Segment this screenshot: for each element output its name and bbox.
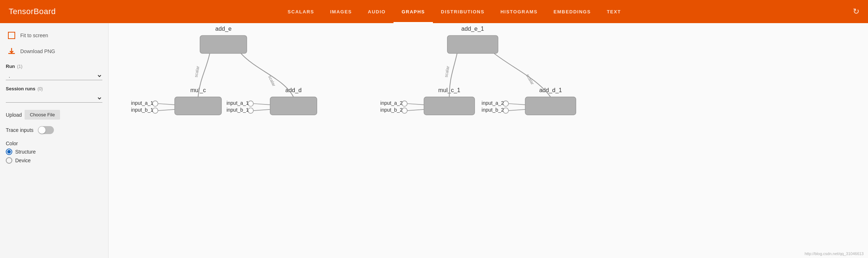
svg-text:input_a_2: input_a_2 — [380, 100, 403, 106]
download-png-label: Download PNG — [20, 48, 55, 54]
session-runs-select[interactable] — [6, 94, 102, 103]
svg-point-35 — [503, 101, 509, 106]
trace-inputs-section: Trace inputs — [6, 126, 102, 134]
trace-inputs-toggle[interactable] — [38, 126, 54, 134]
nav-item-histograms[interactable]: HISTOGRAMS — [493, 0, 546, 23]
color-label: Color — [6, 141, 102, 146]
svg-line-20 — [254, 109, 270, 111]
svg-point-38 — [503, 108, 509, 113]
svg-rect-0 — [8, 32, 15, 39]
color-section: Color Structure Device — [6, 141, 102, 166]
session-runs-section: Session runs (0) — [6, 86, 102, 103]
svg-line-40 — [509, 109, 525, 111]
upload-label: Upload — [6, 112, 22, 118]
svg-text:add_e: add_e — [215, 25, 231, 32]
toggle-knob — [38, 126, 46, 134]
svg-line-11 — [158, 104, 175, 105]
svg-text:scalar: scalar — [193, 65, 200, 78]
fit-to-screen-icon — [7, 31, 16, 40]
device-label: Device — [15, 158, 31, 163]
svg-text:add_e_1: add_e_1 — [461, 25, 484, 32]
svg-text:input_a_1: input_a_1 — [131, 100, 153, 106]
nav-item-audio[interactable]: AUDIO — [360, 0, 393, 23]
app-logo: TensorBoard — [9, 7, 56, 16]
color-device-option[interactable]: Device — [6, 157, 102, 164]
svg-text:input_a_1: input_a_1 — [226, 100, 249, 106]
footer-url: http://blog.csdn.net/qq_31046613 — [805, 251, 864, 256]
session-runs-label: Session runs — [6, 86, 35, 91]
device-radio[interactable] — [6, 157, 12, 164]
svg-text:scalar: scalar — [525, 73, 535, 86]
run-count: (1) — [17, 64, 22, 69]
svg-point-12 — [153, 108, 158, 113]
svg-text:add_d: add_d — [285, 87, 302, 94]
fit-to-screen-action[interactable]: Fit to screen — [6, 29, 102, 42]
svg-rect-1 — [200, 35, 247, 53]
svg-point-29 — [402, 101, 407, 106]
svg-text:scalar: scalar — [267, 75, 277, 87]
nav-item-graphs[interactable]: GRAPHS — [393, 0, 433, 23]
svg-text:input_b_1: input_b_1 — [226, 107, 249, 113]
svg-point-32 — [402, 108, 407, 113]
svg-text:scalar: scalar — [443, 65, 450, 78]
nav-item-scalars[interactable]: SCALARS — [280, 0, 322, 23]
svg-point-15 — [248, 101, 254, 106]
svg-line-17 — [254, 104, 270, 105]
sidebar: Fit to screen Download PNG Run (1) . — [0, 23, 109, 258]
svg-text:input_b_1: input_b_1 — [131, 107, 153, 113]
svg-rect-21 — [447, 35, 498, 53]
svg-rect-25 — [525, 97, 576, 115]
fit-to-screen-label: Fit to screen — [20, 33, 48, 38]
run-section: Run (1) . — [6, 64, 102, 80]
svg-line-14 — [158, 109, 175, 111]
download-icon — [7, 47, 16, 56]
run-select-row: . — [6, 72, 102, 80]
session-runs-select-row — [6, 94, 102, 103]
svg-line-34 — [407, 109, 424, 111]
svg-rect-5 — [270, 97, 317, 115]
nav-item-images[interactable]: IMAGES — [322, 0, 360, 23]
svg-rect-23 — [424, 97, 475, 115]
trace-inputs-label: Trace inputs — [6, 127, 34, 133]
choose-file-button[interactable]: Choose File — [25, 110, 60, 120]
svg-rect-3 — [175, 97, 221, 115]
svg-text:input_b_2: input_b_2 — [482, 107, 504, 113]
graph-svg: add_e mul_c add_d scalar scalar input_a_… — [109, 23, 868, 258]
refresh-button[interactable]: ↻ — [853, 7, 859, 16]
run-select[interactable]: . — [6, 72, 102, 80]
nav-item-text[interactable]: TEXT — [599, 0, 629, 23]
structure-radio[interactable] — [6, 149, 12, 155]
run-label: Run — [6, 64, 15, 69]
upload-section: Upload Choose File — [6, 110, 102, 120]
nav: SCALARSIMAGESAUDIOGRAPHSDISTRIBUTIONSHIS… — [56, 0, 853, 23]
structure-label: Structure — [15, 149, 36, 155]
svg-point-9 — [153, 101, 158, 106]
svg-line-37 — [509, 104, 525, 105]
graph-canvas[interactable]: add_e mul_c add_d scalar scalar input_a_… — [109, 23, 868, 258]
nav-item-distributions[interactable]: DISTRIBUTIONS — [433, 0, 493, 23]
session-runs-count: (0) — [38, 86, 43, 91]
svg-line-31 — [407, 104, 424, 105]
nav-item-embeddings[interactable]: EMBEDDINGS — [546, 0, 599, 23]
svg-text:input_a_2: input_a_2 — [482, 100, 504, 106]
svg-text:input_b_2: input_b_2 — [380, 107, 403, 113]
header: TensorBoard SCALARSIMAGESAUDIOGRAPHSDIST… — [0, 0, 868, 23]
download-png-action[interactable]: Download PNG — [6, 45, 102, 58]
main-layout: Fit to screen Download PNG Run (1) . — [0, 23, 868, 258]
svg-point-18 — [248, 108, 254, 113]
color-structure-option[interactable]: Structure — [6, 149, 102, 155]
svg-text:mul_c: mul_c — [190, 87, 206, 94]
